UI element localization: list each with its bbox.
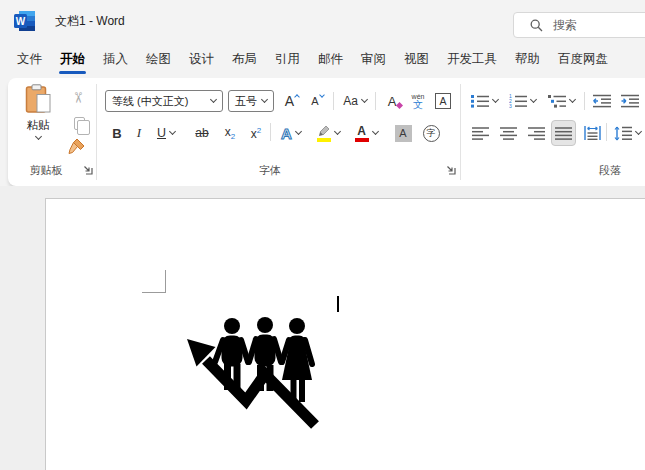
distribute-text-button[interactable] xyxy=(580,120,604,146)
text-effects-button[interactable]: A xyxy=(276,120,306,146)
numbering-button[interactable]: 1 2 3 xyxy=(506,90,538,112)
line-spacing-button[interactable] xyxy=(612,120,642,146)
margin-crop-mark-horizontal xyxy=(142,292,166,293)
clipboard-dialog-launcher[interactable] xyxy=(82,164,94,176)
format-painter-button[interactable] xyxy=(66,135,88,157)
tab-draw[interactable]: 绘图 xyxy=(137,44,180,79)
chevron-down-icon xyxy=(491,95,498,102)
bullets-button[interactable] xyxy=(468,90,500,112)
font-group-label: 字体 xyxy=(105,163,435,178)
separator xyxy=(375,92,376,110)
align-left-button[interactable] xyxy=(468,120,492,146)
character-border-button[interactable]: A xyxy=(432,90,454,112)
justify-icon xyxy=(555,127,572,140)
people-growth-arrow-clipart[interactable] xyxy=(178,312,323,438)
increase-indent-button[interactable] xyxy=(618,90,642,112)
text-effects-icon: A xyxy=(281,125,292,142)
chevron-down-icon xyxy=(334,127,341,134)
align-left-icon xyxy=(472,127,489,140)
font-name-combobox[interactable]: 等线 (中文正文) xyxy=(105,90,223,112)
svg-text:W: W xyxy=(16,16,26,27)
chevron-down-icon xyxy=(568,95,575,102)
subscript-digit: 2 xyxy=(231,132,235,141)
bold-button[interactable]: B xyxy=(108,120,126,146)
separator xyxy=(333,92,334,110)
tab-insert[interactable]: 插入 xyxy=(94,44,137,79)
tab-home[interactable]: 开始 xyxy=(51,44,94,79)
distribute-text-icon xyxy=(584,126,601,140)
font-size-value: 五号 xyxy=(235,94,257,109)
multilevel-list-icon xyxy=(548,94,566,108)
cut-button[interactable]: ✂ xyxy=(67,87,89,109)
tab-file[interactable]: 文件 xyxy=(8,44,51,79)
tab-help[interactable]: 帮助 xyxy=(506,44,549,79)
ribbon: 粘贴 ✂ 剪贴板 等线 (中文正文) 五号 xyxy=(8,78,645,186)
chevron-down-icon xyxy=(361,95,368,102)
align-right-button[interactable] xyxy=(524,120,548,146)
tab-view[interactable]: 视图 xyxy=(395,44,438,79)
change-case-label: Aa xyxy=(343,94,358,108)
tab-references[interactable]: 引用 xyxy=(266,44,309,79)
clipboard-group-label: 剪贴板 xyxy=(10,163,82,178)
group-divider xyxy=(460,84,461,180)
text-highlight-button[interactable] xyxy=(312,120,344,146)
chevron-down-icon xyxy=(371,127,378,134)
change-case-button[interactable]: Aa xyxy=(339,90,371,112)
enclose-characters-button[interactable]: 字 xyxy=(420,120,442,146)
italic-button[interactable]: I xyxy=(132,120,146,146)
separator xyxy=(270,123,271,141)
enclose-characters-icon: 字 xyxy=(423,125,440,142)
separator xyxy=(584,92,585,110)
italic-label: I xyxy=(137,125,141,141)
grow-font-label: A xyxy=(285,93,294,109)
tab-baidu-netdisk[interactable]: 百度网盘 xyxy=(549,44,617,79)
underline-button[interactable]: U xyxy=(152,120,180,146)
character-shading-icon: A xyxy=(395,125,412,142)
word-window: W 文档1 - Word 搜索 文件 开始 插入 绘图 设计 布局 引用 邮件 … xyxy=(0,0,645,470)
tab-layout[interactable]: 布局 xyxy=(223,44,266,79)
ribbon-tab-bar: 文件 开始 插入 绘图 设计 布局 引用 邮件 审阅 视图 开发工具 帮助 百度… xyxy=(8,44,617,78)
grow-font-button[interactable]: A xyxy=(280,90,304,112)
multilevel-list-button[interactable] xyxy=(544,90,578,112)
paste-label: 粘贴 xyxy=(27,118,50,133)
character-shading-button[interactable]: A xyxy=(392,120,414,146)
strikethrough-button[interactable]: ab xyxy=(190,120,214,146)
chevron-down-icon xyxy=(295,127,302,134)
tab-design[interactable]: 设计 xyxy=(180,44,223,79)
copy-button[interactable] xyxy=(68,112,90,134)
phonetic-guide-button[interactable]: wén 文 xyxy=(407,90,429,112)
font-dialog-launcher[interactable] xyxy=(445,164,457,176)
bullet-list-icon xyxy=(471,94,489,108)
bold-label: B xyxy=(112,126,121,141)
copy-icon xyxy=(74,117,85,130)
paste-dropdown-chevron-icon[interactable] xyxy=(34,133,41,140)
chevron-down-icon xyxy=(169,127,176,134)
paragraph-group-label: 段落 xyxy=(560,163,645,178)
chevron-down-icon xyxy=(634,127,641,134)
search-icon xyxy=(530,19,543,32)
tab-review[interactable]: 审阅 xyxy=(352,44,395,79)
clear-formatting-button[interactable]: A xyxy=(381,90,403,112)
document-page[interactable] xyxy=(45,198,645,470)
increase-indent-icon xyxy=(621,94,639,108)
caret-up-icon xyxy=(294,94,300,100)
justify-button[interactable] xyxy=(551,120,576,146)
highlighter-pen-icon xyxy=(316,125,331,142)
paste-button[interactable]: 粘贴 xyxy=(14,84,62,158)
superscript-button[interactable]: x2 xyxy=(246,120,266,146)
shrink-font-button[interactable]: A xyxy=(307,90,328,112)
separator xyxy=(606,123,607,141)
subscript-button[interactable]: x2 xyxy=(220,120,240,146)
font-size-combobox[interactable]: 五号 xyxy=(228,90,274,112)
chevron-down-icon xyxy=(529,95,536,102)
strikethrough-label: ab xyxy=(195,126,208,140)
search-box[interactable]: 搜索 xyxy=(513,12,645,38)
decrease-indent-button[interactable] xyxy=(590,90,614,112)
align-center-button[interactable] xyxy=(496,120,520,146)
font-color-button[interactable]: A xyxy=(350,120,382,146)
document-canvas xyxy=(0,186,645,470)
tab-mailings[interactable]: 邮件 xyxy=(309,44,352,79)
group-divider xyxy=(96,84,97,180)
titlebar: W 文档1 - Word 搜索 xyxy=(0,0,645,40)
tab-developer[interactable]: 开发工具 xyxy=(438,44,506,79)
